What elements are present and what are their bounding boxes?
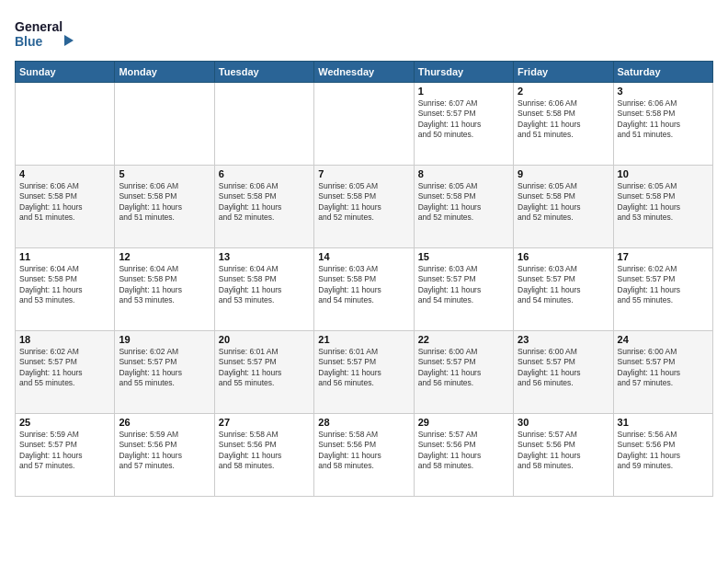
calendar-cell: 21Sunrise: 6:01 AM Sunset: 5:57 PM Dayli… — [314, 331, 414, 414]
calendar-cell — [214, 83, 313, 166]
day-info: Sunrise: 6:00 AM Sunset: 5:57 PM Dayligh… — [418, 347, 509, 389]
calendar-cell: 31Sunrise: 5:56 AM Sunset: 5:56 PM Dayli… — [613, 414, 712, 497]
day-info: Sunrise: 6:06 AM Sunset: 5:58 PM Dayligh… — [119, 181, 210, 224]
week-row-3: 18Sunrise: 6:02 AM Sunset: 5:57 PM Dayli… — [16, 331, 713, 414]
day-info: Sunrise: 6:00 AM Sunset: 5:57 PM Dayligh… — [518, 347, 609, 389]
day-info: Sunrise: 5:58 AM Sunset: 5:56 PM Dayligh… — [318, 430, 409, 472]
day-number: 2 — [518, 86, 609, 97]
day-info: Sunrise: 6:00 AM Sunset: 5:57 PM Dayligh… — [618, 347, 709, 389]
day-number: 7 — [318, 168, 409, 179]
calendar-cell: 19Sunrise: 6:02 AM Sunset: 5:57 PM Dayli… — [115, 331, 214, 414]
calendar-cell: 13Sunrise: 6:04 AM Sunset: 5:58 PM Dayli… — [214, 248, 313, 331]
day-number: 20 — [219, 334, 310, 345]
calendar-cell: 10Sunrise: 6:05 AM Sunset: 5:58 PM Dayli… — [613, 166, 712, 248]
day-number: 15 — [418, 251, 509, 262]
day-number: 5 — [119, 168, 210, 179]
day-number: 24 — [618, 334, 709, 345]
calendar-cell: 22Sunrise: 6:00 AM Sunset: 5:57 PM Dayli… — [414, 331, 513, 414]
svg-text:General: General — [15, 19, 63, 34]
day-number: 9 — [518, 168, 609, 179]
day-info: Sunrise: 6:05 AM Sunset: 5:58 PM Dayligh… — [518, 181, 609, 224]
calendar-cell: 16Sunrise: 6:03 AM Sunset: 5:57 PM Dayli… — [514, 248, 613, 331]
day-header-thursday: Thursday — [414, 62, 513, 83]
calendar-cell: 25Sunrise: 5:59 AM Sunset: 5:57 PM Dayli… — [16, 414, 115, 497]
calendar-cell: 17Sunrise: 6:02 AM Sunset: 5:57 PM Dayli… — [613, 248, 712, 331]
calendar-cell — [314, 83, 414, 166]
calendar-cell: 18Sunrise: 6:02 AM Sunset: 5:57 PM Dayli… — [16, 331, 115, 414]
calendar-cell: 14Sunrise: 6:03 AM Sunset: 5:58 PM Dayli… — [314, 248, 414, 331]
day-number: 21 — [318, 334, 409, 345]
calendar-cell: 5Sunrise: 6:06 AM Sunset: 5:58 PM Daylig… — [115, 166, 214, 248]
day-header-sunday: Sunday — [16, 62, 115, 83]
day-header-tuesday: Tuesday — [214, 62, 313, 83]
logo: GeneralBlue — [15, 15, 79, 52]
day-info: Sunrise: 6:04 AM Sunset: 5:58 PM Dayligh… — [219, 264, 310, 306]
calendar-cell: 1Sunrise: 6:07 AM Sunset: 5:57 PM Daylig… — [414, 83, 513, 166]
day-header-saturday: Saturday — [613, 62, 712, 83]
header: GeneralBlue — [15, 15, 713, 52]
calendar-cell: 9Sunrise: 6:05 AM Sunset: 5:58 PM Daylig… — [514, 166, 613, 248]
week-row-1: 4Sunrise: 6:06 AM Sunset: 5:58 PM Daylig… — [16, 166, 713, 248]
day-number: 14 — [318, 251, 409, 262]
day-info: Sunrise: 5:58 AM Sunset: 5:56 PM Dayligh… — [219, 430, 310, 472]
day-info: Sunrise: 6:06 AM Sunset: 5:58 PM Dayligh… — [19, 181, 110, 224]
calendar-cell: 26Sunrise: 5:59 AM Sunset: 5:56 PM Dayli… — [115, 414, 214, 497]
day-header-monday: Monday — [115, 62, 214, 83]
day-number: 13 — [219, 251, 310, 262]
day-number: 18 — [19, 334, 110, 345]
day-info: Sunrise: 6:04 AM Sunset: 5:58 PM Dayligh… — [19, 264, 110, 306]
header-row: SundayMondayTuesdayWednesdayThursdayFrid… — [16, 62, 713, 83]
day-info: Sunrise: 6:02 AM Sunset: 5:57 PM Dayligh… — [618, 264, 709, 306]
day-info: Sunrise: 6:06 AM Sunset: 5:58 PM Dayligh… — [618, 98, 709, 141]
week-row-4: 25Sunrise: 5:59 AM Sunset: 5:57 PM Dayli… — [16, 414, 713, 497]
day-number: 26 — [119, 417, 210, 428]
calendar-cell: 3Sunrise: 6:06 AM Sunset: 5:58 PM Daylig… — [613, 83, 712, 166]
day-number: 3 — [618, 86, 709, 97]
calendar-cell — [16, 83, 115, 166]
calendar-cell — [115, 83, 214, 166]
day-number: 1 — [418, 86, 509, 97]
logo-svg: GeneralBlue — [15, 15, 79, 52]
day-info: Sunrise: 6:02 AM Sunset: 5:57 PM Dayligh… — [19, 347, 110, 389]
day-info: Sunrise: 6:05 AM Sunset: 5:58 PM Dayligh… — [618, 181, 709, 224]
day-info: Sunrise: 6:05 AM Sunset: 5:58 PM Dayligh… — [318, 181, 409, 224]
day-info: Sunrise: 5:56 AM Sunset: 5:56 PM Dayligh… — [618, 430, 709, 472]
day-info: Sunrise: 6:07 AM Sunset: 5:57 PM Dayligh… — [418, 98, 509, 141]
calendar-table: SundayMondayTuesdayWednesdayThursdayFrid… — [15, 61, 713, 497]
day-info: Sunrise: 5:59 AM Sunset: 5:57 PM Dayligh… — [19, 430, 110, 472]
day-header-wednesday: Wednesday — [314, 62, 414, 83]
week-row-2: 11Sunrise: 6:04 AM Sunset: 5:58 PM Dayli… — [16, 248, 713, 331]
calendar-cell: 30Sunrise: 5:57 AM Sunset: 5:56 PM Dayli… — [514, 414, 613, 497]
day-number: 27 — [219, 417, 310, 428]
day-number: 11 — [19, 251, 110, 262]
day-number: 30 — [518, 417, 609, 428]
page: GeneralBlue SundayMondayTuesdayWednesday… — [0, 0, 728, 563]
day-info: Sunrise: 6:06 AM Sunset: 5:58 PM Dayligh… — [518, 98, 609, 141]
day-number: 16 — [518, 251, 609, 262]
day-info: Sunrise: 5:59 AM Sunset: 5:56 PM Dayligh… — [119, 430, 210, 472]
day-info: Sunrise: 6:01 AM Sunset: 5:57 PM Dayligh… — [318, 347, 409, 389]
day-number: 4 — [19, 168, 110, 179]
day-info: Sunrise: 6:01 AM Sunset: 5:57 PM Dayligh… — [219, 347, 310, 389]
day-info: Sunrise: 5:57 AM Sunset: 5:56 PM Dayligh… — [518, 430, 609, 472]
day-number: 12 — [119, 251, 210, 262]
day-number: 28 — [318, 417, 409, 428]
svg-text:Blue: Blue — [15, 34, 43, 49]
day-number: 10 — [618, 168, 709, 179]
day-header-friday: Friday — [514, 62, 613, 83]
calendar-cell: 6Sunrise: 6:06 AM Sunset: 5:58 PM Daylig… — [214, 166, 313, 248]
day-info: Sunrise: 6:03 AM Sunset: 5:57 PM Dayligh… — [518, 264, 609, 306]
day-number: 23 — [518, 334, 609, 345]
calendar-cell: 20Sunrise: 6:01 AM Sunset: 5:57 PM Dayli… — [214, 331, 313, 414]
day-info: Sunrise: 6:03 AM Sunset: 5:58 PM Dayligh… — [318, 264, 409, 306]
day-number: 29 — [418, 417, 509, 428]
day-number: 22 — [418, 334, 509, 345]
day-number: 19 — [119, 334, 210, 345]
calendar-cell: 12Sunrise: 6:04 AM Sunset: 5:58 PM Dayli… — [115, 248, 214, 331]
calendar-cell: 4Sunrise: 6:06 AM Sunset: 5:58 PM Daylig… — [16, 166, 115, 248]
calendar-cell: 2Sunrise: 6:06 AM Sunset: 5:58 PM Daylig… — [514, 83, 613, 166]
day-number: 31 — [618, 417, 709, 428]
calendar-cell: 8Sunrise: 6:05 AM Sunset: 5:58 PM Daylig… — [414, 166, 513, 248]
day-info: Sunrise: 6:06 AM Sunset: 5:58 PM Dayligh… — [219, 181, 310, 224]
svg-marker-2 — [64, 35, 74, 46]
